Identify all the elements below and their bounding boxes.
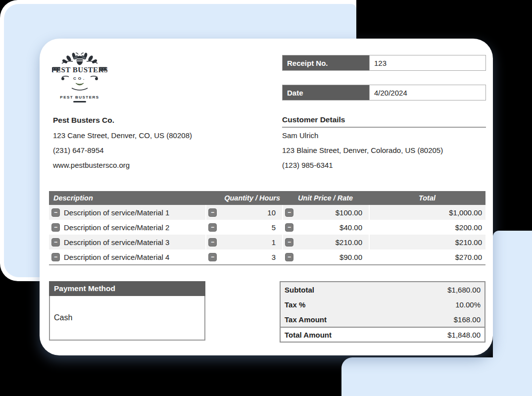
quantity-cell[interactable]: − 3 [205, 249, 282, 264]
company-website: www.pestbustersco.org [53, 157, 261, 172]
table-row: − Description of service/Material 3 − 1 … [49, 235, 485, 249]
item-description: Description of service/Material 4 [64, 253, 169, 261]
item-description: Description of service/Material 3 [64, 238, 169, 247]
summary-label: Tax Amount [281, 315, 327, 324]
summary-row: Tax % 10.00% [281, 297, 484, 312]
unit-price-cell[interactable]: − $90.00 [282, 249, 369, 264]
item-total: $270.00 [455, 253, 482, 261]
total-cell: $210.00 [369, 235, 485, 249]
quantity-cell[interactable]: − 5 [205, 220, 282, 235]
minus-icon: − [288, 224, 291, 230]
summary-table: Subtotal $1,680.00 Tax % 10.00% Tax Amou… [280, 281, 485, 343]
payment-method-heading: Payment Method [49, 281, 205, 296]
item-description: Description of service/Material 1 [64, 208, 169, 217]
summary-value: $168.00 [454, 315, 484, 324]
total-cell: $200.00 [369, 220, 485, 235]
remove-price-button[interactable]: − [285, 208, 293, 217]
customer-phone: (123) 985-6341 [282, 157, 486, 172]
remove-quantity-button[interactable]: − [208, 238, 217, 247]
summary-label: Subtotal [281, 286, 314, 294]
date-input[interactable]: 4/20/2024 [369, 85, 485, 100]
column-header-unit-price: Unit Price / Rate [282, 191, 369, 205]
company-name: Pest Busters Co. [53, 113, 261, 128]
unit-price-cell[interactable]: − $40.00 [282, 220, 369, 235]
item-total: $200.00 [455, 223, 482, 232]
remove-row-button[interactable]: − [51, 238, 60, 247]
summary-row: Subtotal $1,680.00 [281, 282, 484, 297]
minus-icon: − [211, 239, 214, 245]
description-cell[interactable]: − Description of service/Material 1 [49, 205, 205, 220]
summary-value: $1,680.00 [447, 286, 484, 294]
company-logo: PEST BUSTERS CO. PEST BUSTERS [52, 52, 107, 102]
item-unit-price: $210.00 [336, 238, 362, 247]
item-quantity: 1 [272, 238, 276, 247]
customer-name: Sam Ulrich [282, 128, 486, 143]
remove-quantity-button[interactable]: − [208, 208, 217, 217]
summary-row: Tax Amount $168.00 [281, 312, 484, 327]
minus-icon: − [54, 224, 57, 230]
remove-row-button[interactable]: − [51, 253, 60, 261]
customer-address: 123 Blaine Street, Denver, Colorado, US … [282, 143, 486, 157]
item-unit-price: $90.00 [339, 253, 362, 261]
blue-accent-bottom [341, 357, 532, 396]
minus-icon: − [288, 239, 291, 245]
minus-icon: − [288, 209, 291, 215]
table-row: − Description of service/Material 2 − 5 … [49, 220, 485, 235]
receipt-number-row: Receipt No. 123 [282, 55, 486, 71]
line-items-body: − Description of service/Material 1 − 10… [49, 205, 485, 265]
payment-method-input[interactable]: Cash [49, 296, 205, 341]
remove-price-button[interactable]: − [285, 238, 293, 247]
company-phone: (231) 647-8954 [53, 143, 261, 157]
quantity-cell[interactable]: − 1 [205, 235, 282, 249]
unit-price-cell[interactable]: − $100.00 [282, 205, 369, 220]
item-quantity: 10 [267, 208, 276, 217]
item-total: $1,000.00 [449, 208, 482, 217]
summary-value: $1,848.00 [447, 331, 484, 339]
company-address: 123 Cane Street, Denver, CO, US (80208) [53, 128, 261, 143]
summary-value: 10.00% [455, 300, 484, 309]
column-header-quantity: Quantity / Hours [205, 191, 282, 205]
remove-quantity-button[interactable]: − [208, 253, 217, 261]
leaf-icon [76, 83, 84, 85]
minus-icon: − [54, 239, 57, 245]
item-unit-price: $100.00 [336, 208, 362, 217]
column-header-description: Description [49, 191, 205, 205]
receipt-number-input[interactable]: 123 [369, 55, 485, 70]
summary-label: Tax % [281, 300, 305, 309]
line-items-header: Description Quantity / Hours Unit Price … [49, 191, 485, 205]
date-label: Date [283, 85, 369, 100]
item-description: Description of service/Material 2 [64, 223, 169, 232]
logo-caption: PEST BUSTERS [52, 95, 107, 99]
minus-icon: − [54, 254, 57, 260]
column-header-total: Total [369, 191, 485, 205]
item-quantity: 3 [272, 253, 276, 261]
summary-label: Total Amount [281, 331, 332, 339]
remove-price-button[interactable]: − [285, 253, 293, 261]
page-background: PEST BUSTERS CO. PEST BUSTERS Receipt No… [0, 0, 532, 396]
item-quantity: 5 [272, 223, 276, 232]
remove-row-button[interactable]: − [51, 208, 60, 217]
logo-caption-rule [73, 101, 86, 102]
total-cell: $1,000.00 [369, 205, 485, 220]
remove-price-button[interactable]: − [285, 223, 293, 232]
payment-method-section: Payment Method Cash [49, 281, 205, 341]
item-total: $210.00 [455, 238, 482, 247]
date-row: Date 4/20/2024 [282, 85, 486, 100]
description-cell[interactable]: − Description of service/Material 4 [49, 249, 205, 264]
receipt-number-label: Receipt No. [283, 55, 369, 70]
minus-icon: − [211, 254, 214, 260]
description-cell[interactable]: − Description of service/Material 2 [49, 220, 205, 235]
minus-icon: − [288, 254, 291, 260]
description-cell[interactable]: − Description of service/Material 3 [49, 235, 205, 249]
remove-quantity-button[interactable]: − [208, 223, 217, 232]
customer-details-heading: Customer Details [282, 113, 486, 128]
quantity-cell[interactable]: − 10 [205, 205, 282, 220]
unit-price-cell[interactable]: − $210.00 [282, 235, 369, 249]
table-row: − Description of service/Material 4 − 3 … [49, 249, 485, 264]
minus-icon: − [211, 209, 214, 215]
receipt-card: PEST BUSTERS CO. PEST BUSTERS Receipt No… [40, 39, 493, 355]
total-cell: $270.00 [369, 249, 485, 264]
svg-text:PEST BUSTERS: PEST BUSTERS [52, 66, 107, 74]
remove-row-button[interactable]: − [51, 223, 60, 232]
line-items-table: Description Quantity / Hours Unit Price … [49, 191, 485, 265]
